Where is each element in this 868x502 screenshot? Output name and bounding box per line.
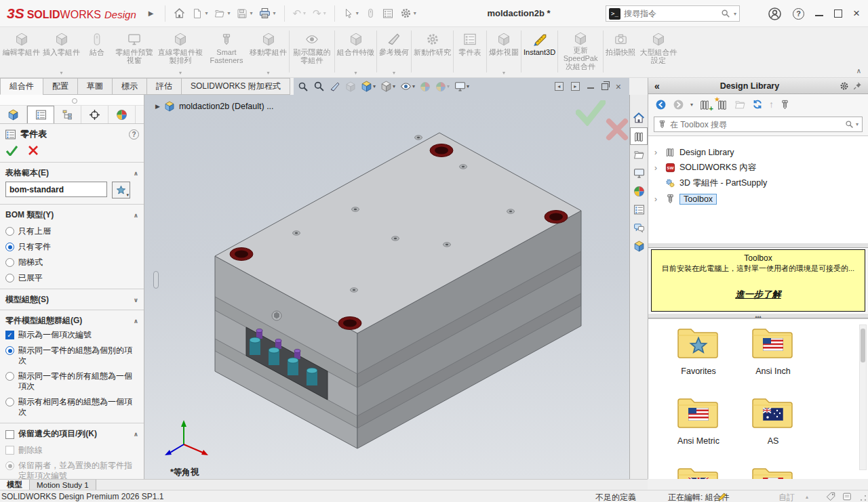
zoom-fit-icon[interactable] (298, 81, 309, 92)
tab-assembly[interactable]: 組合件 (0, 78, 43, 95)
doc-close-icon[interactable]: × (616, 83, 621, 90)
tab-addins[interactable]: SOLIDWORKS 附加程式 (181, 78, 290, 95)
select-tool-button[interactable]: ▾ (340, 5, 362, 22)
radio-configs-as-separate-items[interactable]: 顯示同一零件的組態為個別的項次 (5, 346, 138, 366)
view-orientation-icon[interactable]: ▾ (361, 81, 376, 92)
display-style-icon[interactable]: ▾ (380, 81, 395, 92)
comment-icon[interactable] (842, 492, 852, 501)
doc-restore-icon[interactable] (601, 83, 608, 90)
search-caret[interactable]: ▾ (856, 121, 859, 127)
command-search-input[interactable] (624, 9, 717, 18)
open-file-button[interactable]: ▾ (211, 5, 233, 22)
tag-icon[interactable] (826, 492, 835, 501)
tree-item-toolbox[interactable]: ›Toolbox (651, 191, 865, 207)
toolbox-search[interactable]: ▾ (654, 117, 863, 132)
dock-left-icon[interactable]: ◂ (555, 82, 564, 91)
dimxpertmanager-tab[interactable] (81, 106, 108, 123)
mouse-gestures-button[interactable] (362, 5, 379, 21)
mold-assembly-model[interactable] (144, 95, 629, 479)
toolbox-config-icon[interactable] (780, 100, 790, 110)
forum-tab-icon[interactable] (630, 219, 648, 236)
custom-properties-tab-icon[interactable] (630, 201, 648, 218)
panel-splitter[interactable] (0, 95, 144, 106)
back-icon[interactable] (655, 99, 667, 110)
resize-grip[interactable] (860, 495, 867, 501)
radio-parts-only[interactable]: 只有零件 (5, 242, 138, 252)
radio-flattened[interactable]: 已展平 (5, 273, 138, 283)
view-palette-tab-icon[interactable] (630, 164, 648, 182)
folder-favorites[interactable]: Favorites (660, 326, 736, 376)
refresh-icon[interactable] (752, 99, 763, 110)
tree-item-design-library[interactable]: ›Design Library (651, 144, 865, 160)
home-button[interactable] (170, 5, 189, 22)
propertymanager-tab[interactable] (27, 106, 54, 123)
ribbon-instant3d-button[interactable]: Instant3D (522, 30, 557, 76)
search-scope-caret[interactable]: ▾ (734, 11, 736, 17)
pin-icon[interactable] (853, 81, 862, 90)
command-search[interactable]: >_ ▾ (606, 5, 740, 22)
panel-collapse-icon[interactable]: « (654, 81, 660, 91)
hide-show-items-icon[interactable]: ▾ (400, 81, 415, 92)
toolbox-search-input[interactable] (670, 120, 842, 129)
folder-cisc[interactable] (735, 465, 811, 479)
dock-right-icon[interactable]: ▸ (571, 82, 580, 91)
tab-layout[interactable]: 配置 (43, 78, 78, 95)
radio-all-configs-as-one-item[interactable]: 顯示同一零件的所有組態為一個項次 (5, 371, 138, 392)
account-icon[interactable] (768, 7, 782, 21)
tab-motion-study-1[interactable]: Motion Study 1 (30, 480, 96, 490)
tree-splitter-handle[interactable] (153, 271, 159, 289)
confirm-cancel-icon[interactable] (606, 118, 629, 141)
menu-expand-icon[interactable]: ▶ (149, 9, 154, 17)
tab-evaluate[interactable]: 評估 (146, 78, 182, 95)
maximize-button[interactable] (834, 9, 842, 18)
scrollbar[interactable] (859, 325, 867, 470)
task-list-button[interactable] (379, 5, 397, 22)
radio-indented[interactable]: 階梯式 (5, 257, 138, 268)
flyout-feature-tree[interactable]: ▶ moldaction2b (Default) ... (155, 101, 274, 112)
tree-item-solidworks-content[interactable]: ›SOLIDWORKS 內容 (651, 160, 865, 175)
search-icon[interactable] (721, 9, 730, 18)
cancel-button[interactable] (28, 146, 38, 155)
search-icon[interactable] (845, 120, 854, 129)
tree-item-partsupply[interactable]: 3D 零組件 - PartSupply (651, 175, 865, 191)
learn-more-link[interactable]: 進一步了解 (735, 289, 781, 301)
tab-model[interactable]: 模型 (0, 480, 30, 490)
configurationmanager-tab[interactable] (54, 106, 81, 123)
print-button[interactable]: ▾ (256, 5, 279, 22)
expand-icon[interactable]: ∨ (134, 297, 138, 304)
folder-bs[interactable] (660, 465, 736, 479)
scrollbar-thumb[interactable] (861, 329, 865, 362)
pane-splitter[interactable] (648, 243, 868, 248)
collapse-icon[interactable]: ∧ (134, 170, 138, 177)
pane-splitter[interactable]: ▴▴▴ (648, 313, 868, 318)
file-explorer-tab-icon[interactable] (630, 146, 648, 163)
add-file-location-icon[interactable]: ★ (717, 99, 728, 110)
tab-markup[interactable]: 標示 (112, 78, 147, 95)
collapse-icon[interactable]: ∧ (134, 431, 138, 438)
confirm-ok-icon[interactable] (576, 100, 606, 126)
add-to-library-icon[interactable]: + (699, 99, 711, 110)
options-button[interactable]: ▾ (397, 5, 420, 22)
section-view-icon[interactable] (330, 81, 340, 92)
radio-same-name-configs-as-one-item[interactable]: 顯示有相同名稱的組態為一個項次 (5, 397, 138, 417)
open-template-button[interactable]: ▾ (112, 182, 130, 198)
home-tab-icon[interactable] (630, 109, 648, 127)
folder-ansi-inch[interactable]: Ansi Inch (735, 326, 811, 376)
folder-as[interactable]: AS (735, 396, 811, 446)
graphics-area[interactable]: ▶ moldaction2b (Default) ... *等角視 (144, 95, 629, 479)
bom-template-input[interactable] (5, 182, 107, 197)
minimize-button[interactable] (815, 12, 823, 16)
displaymanager-tab[interactable] (108, 106, 136, 123)
resources-tab-icon[interactable] (630, 237, 648, 255)
doc-minimize-icon[interactable] (587, 85, 594, 89)
zoom-area-icon[interactable] (313, 81, 325, 92)
view-settings-icon[interactable]: ▾ (454, 81, 469, 92)
history-caret[interactable]: ▾ (690, 102, 693, 108)
help-icon[interactable]: ? (129, 129, 139, 140)
collapse-icon[interactable]: ∧ (134, 212, 138, 219)
folder-ansi-metric[interactable]: Ansi Metric (660, 396, 736, 446)
panel-options-gear-icon[interactable] (840, 81, 849, 91)
ribbon-collapse-icon[interactable]: ∧ (856, 67, 861, 75)
close-button[interactable]: × (853, 9, 860, 18)
checkbox-single-item-number[interactable]: ✓顯示為一個項次編號 (5, 330, 138, 340)
